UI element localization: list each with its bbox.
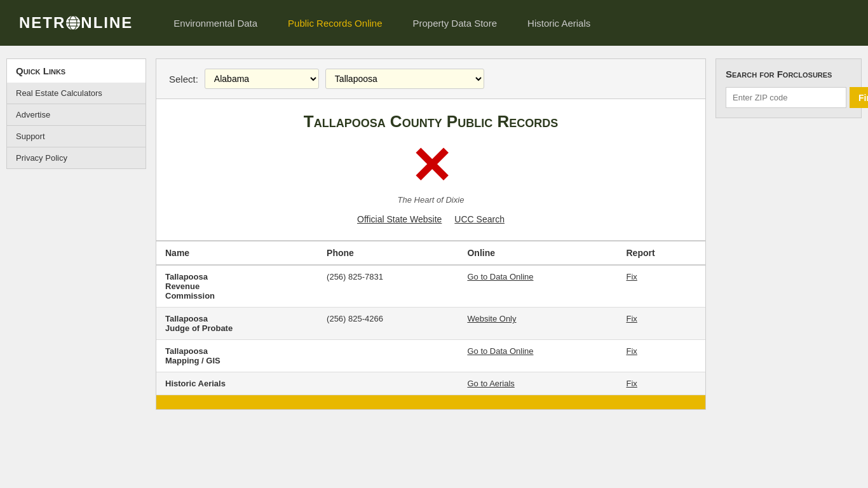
sidebar-item-privacy[interactable]: Privacy Policy — [6, 147, 146, 169]
yellow-footer-bar — [156, 395, 705, 409]
records-table: Name Phone Online Report TallapoosaReven… — [156, 241, 705, 395]
select-label: Select: — [169, 74, 198, 85]
cell-report: Fix — [618, 340, 706, 372]
table-header-row: Name Phone Online Report — [156, 241, 705, 266]
record-name-line1: Tallapoosa — [165, 314, 208, 323]
table-row: Historic AerialsGo to AerialsFix — [156, 372, 705, 395]
record-name-line1: Tallapoosa — [165, 346, 208, 356]
online-link[interactable]: Go to Data Online — [467, 272, 533, 281]
sidebar-item-advertise[interactable]: Advertise — [6, 104, 146, 126]
col-phone: Phone — [318, 241, 458, 266]
nav-historic-aerials[interactable]: Historic Aerials — [512, 0, 606, 46]
foreclosure-title: Search for Forclosures — [726, 69, 851, 79]
cell-name: TallapoosaJudge of Probate — [156, 308, 318, 340]
find-button[interactable]: Find! — [850, 87, 868, 108]
cell-name: Historic Aerials — [156, 372, 318, 395]
col-online: Online — [458, 241, 617, 266]
county-section: Tallapoosa County Public Records ✕ The H… — [156, 99, 705, 241]
sidebar-item-support[interactable]: Support — [6, 126, 146, 147]
table-row: TallapoosaRevenueCommission(256) 825-783… — [156, 265, 705, 308]
foreclosure-input-row: Find! — [726, 87, 851, 108]
online-link[interactable]: Go to Data Online — [467, 346, 533, 356]
county-select[interactable]: Tallapoosa Autauga Baldwin Barbour Bibb — [325, 69, 484, 89]
state-caption: The Heart of Dixie — [175, 195, 686, 205]
county-title: Tallapoosa County Public Records — [175, 112, 686, 132]
cell-report: Fix — [618, 265, 706, 308]
state-icon: ✕ — [405, 141, 456, 192]
table-row: TallapoosaJudge of Probate(256) 825-4266… — [156, 308, 705, 340]
online-link[interactable]: Go to Aerials — [467, 379, 514, 388]
cell-online: Go to Data Online — [458, 265, 617, 308]
report-link[interactable]: Fix — [627, 314, 637, 323]
report-link[interactable]: Fix — [627, 379, 637, 388]
right-sidebar: Search for Forclosures Find! — [715, 58, 862, 410]
main-nav: Environmental Data Public Records Online… — [158, 0, 849, 46]
cell-report: Fix — [618, 372, 706, 395]
sidebar-title: Quick Links — [6, 58, 146, 83]
sidebar-item-real-estate[interactable]: Real Estate Calculators — [6, 83, 146, 104]
col-name: Name — [156, 241, 318, 266]
record-name-line2: Revenue — [165, 281, 200, 291]
state-select[interactable]: Alabama Alaska Arizona Arkansas Californ… — [205, 69, 319, 89]
cell-phone — [318, 340, 458, 372]
record-name-line1: Tallapoosa — [165, 272, 208, 281]
nav-environmental-data[interactable]: Environmental Data — [158, 0, 273, 46]
site-logo[interactable]: NETRNLINE — [19, 14, 133, 32]
main-content: Select: Alabama Alaska Arizona Arkansas … — [156, 58, 706, 410]
site-header: NETRNLINE Environmental Data Public Reco… — [0, 0, 868, 46]
report-link[interactable]: Fix — [627, 346, 637, 356]
select-bar: Select: Alabama Alaska Arizona Arkansas … — [156, 59, 705, 99]
cell-phone — [318, 372, 458, 395]
nav-public-records[interactable]: Public Records Online — [273, 0, 397, 46]
nav-property-data[interactable]: Property Data Store — [397, 0, 512, 46]
cell-online: Go to Data Online — [458, 340, 617, 372]
cell-name: TallapoosaMapping / GIS — [156, 340, 318, 372]
cell-name: TallapoosaRevenueCommission — [156, 265, 318, 308]
zip-code-input[interactable] — [726, 87, 846, 108]
official-state-link[interactable]: Official State Website — [357, 214, 442, 224]
cell-online: Website Only — [458, 308, 617, 340]
table-row: TallapoosaMapping / GISGo to Data Online… — [156, 340, 705, 372]
state-symbol: ✕ — [405, 141, 456, 192]
page-body: Quick Links Real Estate Calculators Adve… — [0, 46, 868, 423]
ucc-search-link[interactable]: UCC Search — [454, 214, 505, 224]
cell-online: Go to Aerials — [458, 372, 617, 395]
sidebar: Quick Links Real Estate Calculators Adve… — [6, 58, 146, 410]
cell-report: Fix — [618, 308, 706, 340]
report-link[interactable]: Fix — [627, 272, 637, 281]
foreclosure-box: Search for Forclosures Find! — [715, 58, 862, 118]
record-name-line2: Mapping / GIS — [165, 356, 220, 365]
online-link[interactable]: Website Only — [467, 314, 516, 323]
cell-phone: (256) 825-7831 — [318, 265, 458, 308]
record-name-line1: Historic Aerials — [165, 379, 226, 388]
record-name-line2: Judge of Probate — [165, 323, 233, 333]
record-name-line3: Commission — [165, 291, 215, 301]
col-report: Report — [618, 241, 706, 266]
cell-phone: (256) 825-4266 — [318, 308, 458, 340]
state-links: Official State Website UCC Search — [175, 214, 686, 224]
